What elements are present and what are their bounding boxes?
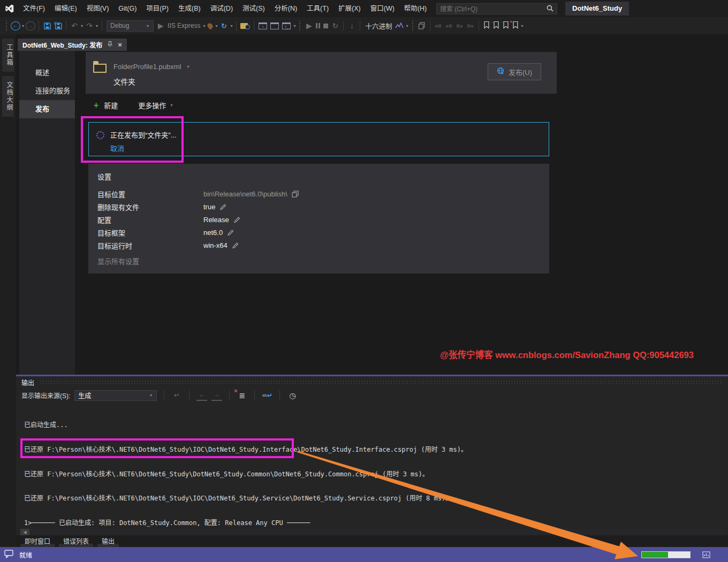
toolbar-overflow-caret[interactable]: ▾	[521, 24, 524, 28]
close-icon[interactable]: ×	[118, 41, 122, 49]
hot-reload-icon[interactable]	[207, 22, 214, 29]
clear-bookmarks-icon[interactable]: ×	[512, 21, 519, 31]
save-icon[interactable]	[42, 19, 52, 32]
back-dropdown-caret[interactable]: ▾	[22, 24, 24, 28]
decrease-indent-icon[interactable]: «≡	[434, 19, 443, 32]
toolbar-grip2[interactable]	[299, 21, 301, 31]
toggle-bookmark-icon[interactable]	[483, 21, 490, 31]
sidebar-tab-document-outline[interactable]: 文档大纲	[2, 76, 14, 117]
undo-icon[interactable]: ↶	[70, 19, 79, 32]
cancel-link[interactable]: 取消	[110, 143, 124, 153]
menu-test[interactable]: 测试(S)	[238, 0, 270, 17]
goto-message-icon[interactable]: ↵	[171, 390, 182, 401]
menu-window[interactable]: 窗口(W)	[366, 0, 399, 17]
prev-message-icon[interactable]: ←	[196, 390, 207, 401]
menu-git[interactable]: Git(G)	[113, 0, 141, 17]
quick-search[interactable]	[436, 3, 557, 14]
nav-overview[interactable]: 概述	[19, 64, 75, 82]
undo-dropdown-caret[interactable]: ▾	[81, 24, 83, 28]
menu-project[interactable]: 项目(P)	[141, 0, 173, 17]
redo-icon[interactable]: ↷	[85, 19, 94, 32]
copy-path-icon[interactable]	[292, 191, 299, 198]
start-debug-icon[interactable]: ▶	[156, 19, 165, 32]
menu-edit[interactable]: 编辑(E)	[50, 0, 82, 17]
new-window-icon[interactable]	[270, 22, 279, 29]
solution-config-dropdown[interactable]: Debug▾	[107, 20, 154, 32]
tab-error-list[interactable]: 错误列表	[59, 535, 93, 547]
show-all-settings-link[interactable]: 显示所有设置	[97, 256, 139, 266]
edit-pencil-icon[interactable]	[227, 229, 234, 236]
pin-icon[interactable]	[107, 41, 113, 49]
toolbar-grip[interactable]	[6, 21, 7, 31]
navigate-back-icon[interactable]: ←	[11, 21, 20, 31]
tab-immediate-window[interactable]: 即时窗口	[20, 535, 55, 547]
search-input[interactable]	[440, 5, 547, 13]
edit-pencil-icon[interactable]	[232, 242, 239, 249]
publish-button[interactable]: 发布(U)	[488, 63, 541, 80]
navigate-forward-icon[interactable]: →	[26, 21, 35, 31]
edit-pencil-icon[interactable]	[219, 203, 226, 210]
output-panel-header[interactable]: 输出	[16, 376, 728, 388]
restart-caret[interactable]: ▾	[230, 24, 232, 28]
menu-tools[interactable]: 工具(T)	[302, 0, 333, 17]
word-wrap-icon[interactable]: ab↵	[262, 390, 272, 401]
menu-analyze[interactable]: 分析(N)	[270, 0, 302, 17]
spinner-icon	[96, 131, 104, 139]
clear-all-icon[interactable]: ≣	[237, 390, 247, 401]
menu-extensions[interactable]: 扩展(X)	[333, 0, 366, 17]
format-document-icon[interactable]: ≡»	[455, 19, 465, 32]
output-toolbar: 显示输出来源(S): 生成▾ ↵ ← → ≣ ab↵ ◷	[16, 388, 728, 402]
output-source-dropdown[interactable]: 生成▾	[74, 390, 157, 401]
hex-display-toggle[interactable]: 十六进制	[365, 21, 392, 31]
format-selection-icon[interactable]: ≡«	[466, 19, 475, 32]
tab-output[interactable]: 输出	[97, 535, 119, 547]
publish-profile-card: FolderProfile1.pubxml▾ 文件夹 发布(U)	[86, 52, 557, 94]
more-actions-button[interactable]: 更多操作▾	[138, 100, 173, 110]
nav-connected-services[interactable]: 连接的服务	[19, 82, 75, 100]
nav-publish[interactable]: 发布	[19, 100, 75, 118]
menu-view[interactable]: 视图(V)	[82, 0, 114, 17]
menu-help[interactable]: 帮助(H)	[399, 0, 431, 17]
next-message-icon[interactable]: →	[211, 390, 222, 401]
document-tab-strip: DotNet6_Web_Study: 发布 ×	[16, 34, 728, 51]
diagnostics-icon[interactable]	[395, 19, 404, 32]
edit-pencil-icon[interactable]	[233, 216, 240, 223]
menu-file[interactable]: 文件(F)	[18, 0, 50, 17]
restart-app-icon[interactable]: ↻	[219, 19, 229, 32]
panel-drag-texture[interactable]	[40, 380, 723, 384]
run-target-label[interactable]: IIS Express	[168, 22, 200, 29]
timestamp-icon[interactable]: ◷	[287, 390, 298, 401]
sidebar-tab-toolbox[interactable]: 工具箱	[2, 39, 14, 72]
plus-icon: +	[94, 101, 98, 110]
diagnostics-caret[interactable]: ▾	[406, 24, 408, 28]
stop-icon[interactable]	[323, 24, 328, 28]
main-toolbar: ← ▾ → ↶ ▾ ↷ ▾ Debug▾ ▶ IIS Express ▾ ▾ ↻…	[0, 17, 728, 34]
profile-name-dropdown[interactable]: FolderProfile1.pubxml▾	[113, 63, 190, 71]
toolbar-grip3[interactable]	[412, 21, 414, 31]
output-line: 已还原 F:\Person\核心技术\.NET6\DotNet6_Study\I…	[24, 446, 720, 454]
background-tasks-icon[interactable]	[702, 551, 710, 560]
run-target-caret[interactable]: ▾	[203, 24, 205, 28]
output-line: 1>────── 已启动生成: 项目: DotNet6_Study.Common…	[24, 519, 720, 527]
restart-debug-icon[interactable]: ↻	[330, 19, 340, 32]
feedback-bubble-icon[interactable]	[4, 550, 14, 560]
hot-reload-caret[interactable]: ▾	[215, 24, 217, 28]
increase-indent-icon[interactable]: »≡	[444, 19, 454, 32]
menu-build[interactable]: 生成(B)	[173, 0, 206, 17]
find-in-files-icon[interactable]	[240, 22, 250, 29]
new-profile-button[interactable]: 新建	[104, 100, 118, 110]
pause-icon[interactable]	[316, 23, 320, 28]
solution-explorer-window-icon[interactable]: ⌂	[259, 22, 267, 29]
menu-debug[interactable]: 调试(D)	[206, 0, 238, 17]
save-all-icon[interactable]	[53, 19, 63, 32]
next-bookmark-icon[interactable]: →	[502, 21, 510, 31]
copy-icon[interactable]	[417, 19, 427, 32]
document-tab[interactable]: DotNet6_Web_Study: 发布 ×	[18, 39, 127, 51]
console-window-icon[interactable]: >_	[282, 22, 291, 29]
window-caret[interactable]: ▾	[293, 24, 295, 28]
continue-icon[interactable]: ▶	[304, 19, 314, 32]
redo-dropdown-caret[interactable]: ▾	[96, 24, 98, 28]
step-over-icon[interactable]: ↓	[347, 19, 357, 32]
title-bar: 文件(F) 编辑(E) 视图(V) Git(G) 项目(P) 生成(B) 调试(…	[0, 0, 728, 17]
prev-bookmark-icon[interactable]: ←	[492, 21, 500, 31]
